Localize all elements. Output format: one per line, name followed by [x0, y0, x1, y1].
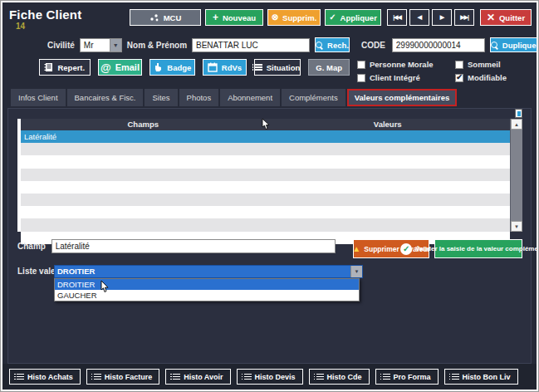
last-record-button[interactable]: ▶▶| [454, 9, 474, 26]
table-row-empty[interactable] [21, 169, 510, 181]
supprimer-button[interactable]: ⊗ Supprim. [267, 9, 321, 26]
code-input[interactable] [392, 38, 485, 52]
values-table-header: Champs Valeurs [21, 119, 510, 130]
footer-button-histo-devis[interactable]: Histo Devis [237, 369, 303, 385]
calendar-icon [208, 62, 218, 72]
nouveau-button[interactable]: + Nouveau [205, 9, 263, 26]
checkbox-label: Personne Morale [370, 60, 434, 69]
column-header-valeurs: Valeurs [266, 119, 511, 130]
nom-prenom-input[interactable] [192, 38, 310, 52]
title-block: Fiche Client 14 [9, 7, 81, 31]
liste-valeurs-row: Liste valeurs DROITIER ▼ DROITIERGAUCHER [17, 265, 522, 278]
footer-button-histo-cde[interactable]: Histo Cde [309, 369, 370, 385]
table-scrollbar[interactable]: ▲ ▼ [510, 119, 522, 232]
email-button[interactable]: @ Email [98, 59, 143, 76]
liste-valeurs-label: Liste valeurs [17, 265, 54, 276]
flag-client-int-gr-: Client Intégré [357, 73, 455, 82]
rechercher-button[interactable]: Rech. [315, 37, 350, 52]
tab-compl-ments[interactable]: Compléments [282, 89, 345, 106]
footer-button-histo-achats[interactable]: Histo Achats [9, 369, 81, 385]
first-record-button[interactable]: |◀◀ [387, 9, 407, 26]
group-dots-icon [149, 13, 159, 22]
list-icon [173, 374, 180, 380]
valeurs-complementaires-panel: Champs Valeurs Latéralité ▲ ▼ Champ ▲ Su… [7, 108, 532, 364]
civilite-label: Civilité [47, 41, 75, 50]
tab-abonnement[interactable]: Abonnement [220, 89, 280, 106]
tab-sites[interactable]: Sites [145, 89, 177, 106]
code-label: CODE [361, 41, 385, 50]
dropdown-option-droitier[interactable]: DROITIER [55, 279, 359, 290]
circled-x-icon: ⊗ [272, 13, 278, 22]
repertoire-button[interactable]: Repert. [39, 59, 91, 76]
table-row-empty[interactable] [21, 218, 510, 231]
dupliquer-button[interactable]: Dupliquer [490, 37, 537, 52]
list-icon [244, 374, 252, 380]
champ-label: Champ [17, 239, 51, 251]
table-row-empty[interactable] [21, 155, 510, 168]
mcu-button[interactable]: MCU [130, 9, 201, 26]
badge-button[interactable]: Badge [149, 59, 195, 76]
footer-button-label: Pro Forma [394, 373, 431, 381]
next-record-button[interactable]: ▶ [432, 9, 452, 26]
checkbox[interactable] [357, 61, 365, 69]
close-x-icon: ✕ [487, 12, 495, 22]
chevron-down-icon[interactable]: ▼ [350, 266, 362, 277]
checkbox[interactable] [455, 61, 463, 69]
table-row[interactable]: Latéralité [21, 130, 510, 143]
combobox-value: DROITIER [55, 266, 350, 277]
scrollbar-track[interactable] [511, 130, 522, 221]
list-icon [452, 374, 459, 380]
table-row-empty[interactable] [21, 143, 510, 155]
previous-icon: ◀ [418, 14, 421, 21]
plus-icon: + [213, 12, 218, 22]
first-icon: |◀◀ [393, 14, 401, 21]
civilite-select[interactable]: Mr ▼ [80, 38, 122, 52]
identity-row: Civilité Mr ▼ Nom & Prénom Rech. CODE Du… [2, 32, 537, 56]
tab-photos[interactable]: Photos [179, 89, 219, 106]
list-icon [255, 64, 262, 71]
values-table-rows: Latéralité [21, 130, 510, 244]
checkbox-label: Sommeil [468, 60, 501, 69]
appliquer-button[interactable]: ✓ Appliquer [325, 9, 381, 26]
table-row-empty[interactable] [21, 181, 510, 194]
footer-button-histo-avoir[interactable]: Histo Avoir [165, 369, 230, 385]
situation-button[interactable]: Situation [254, 59, 301, 76]
checkbox-label: Client Intégré [370, 73, 420, 82]
toolbar-buttons: MCU + Nouveau ⊗ Supprim. ✓ Appliquer |◀◀… [130, 9, 532, 26]
last-icon: ▶▶| [460, 14, 468, 21]
chevron-down-icon[interactable]: ▼ [110, 38, 122, 52]
gmap-button[interactable]: G. Map [308, 59, 350, 76]
combobox-selected[interactable]: DROITIER ▼ [54, 265, 363, 278]
table-row-empty[interactable] [21, 206, 510, 218]
next-icon: ▶ [440, 14, 443, 21]
flag-personne-morale: Personne Morale [357, 60, 455, 69]
scroll-down-button[interactable]: ▼ [511, 221, 522, 232]
footer-button-label: Histo Facture [105, 373, 153, 381]
tab-bancaires-fisc-[interactable]: Bancaires & Fisc. [67, 89, 144, 106]
quick-actions-row: Repert. @ Email Badge RdVs Situation G. … [2, 56, 537, 87]
tab-infos-client[interactable]: Infos Client [11, 89, 66, 106]
values-table: Champs Valeurs Latéralité ▲ ▼ [17, 119, 522, 232]
quitter-button[interactable]: ✕ Quitter [480, 9, 532, 26]
table-row-empty[interactable] [21, 194, 510, 206]
list-icon [383, 374, 390, 380]
checkbox[interactable]: ✔ [455, 74, 463, 82]
rdvs-button[interactable]: RdVs [203, 59, 246, 76]
dropdown-option-gaucher[interactable]: GAUCHER [55, 290, 359, 301]
footer-button-pro-forma[interactable]: Pro Forma [375, 369, 439, 385]
check-icon: ✓ [400, 243, 412, 255]
valider-saisie-button[interactable]: ✓ Valider la saisie de la valeur complém… [434, 239, 522, 258]
titlebar: Fiche Client 14 MCU + Nouveau ⊗ Supprim.… [2, 2, 537, 32]
champ-input[interactable] [51, 239, 336, 253]
liste-valeurs-combobox: DROITIER ▼ DROITIERGAUCHER [54, 265, 363, 278]
previous-record-button[interactable]: ◀ [409, 9, 429, 26]
scroll-up-button[interactable]: ▲ [511, 119, 522, 130]
checkbox[interactable] [357, 74, 365, 82]
footer-button-histo-bon-liv[interactable]: Histo Bon Liv [444, 369, 518, 385]
search-icon [316, 42, 323, 49]
footer-button-label: Histo Bon Liv [463, 373, 511, 381]
footer-button-label: Histo Cde [327, 373, 362, 381]
footer-button-histo-facture[interactable]: Histo Facture [86, 369, 160, 385]
tab-valeurs-compl-mentaires[interactable]: Valeurs complémentaires [347, 89, 458, 106]
window-frame: Fiche Client 14 MCU + Nouveau ⊗ Supprim.… [0, 0, 539, 392]
